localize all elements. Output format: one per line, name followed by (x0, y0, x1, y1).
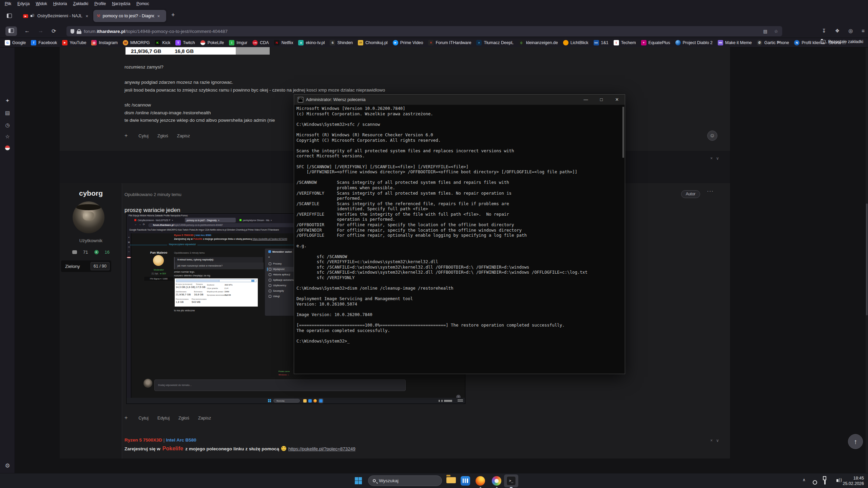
quote-button[interactable]: Cytuj (138, 133, 149, 138)
maximize-button[interactable]: □ (594, 95, 609, 105)
bookmark-item[interactable]: T Twitch (175, 40, 195, 45)
attachment-image-bottom[interactable]: 21,9/36,7 GB 16,8 GB (126, 47, 236, 55)
url-text[interactable]: forum.ithardware.pl/topic/14948-pomocy-c… (84, 29, 228, 34)
tracking-shield-icon[interactable] (71, 29, 74, 34)
ai-chat-icon[interactable]: ✦ (0, 98, 15, 104)
post-author-name[interactable]: cyborg (60, 189, 122, 197)
menu-item[interactable]: Widok (34, 1, 48, 6)
collapse-icon[interactable]: ∨ (716, 438, 722, 443)
bookmark-star-icon[interactable]: ☆ (774, 29, 778, 34)
signature-link[interactable]: https://pokelife.pl/?polec=873249 (288, 446, 355, 451)
bookmark-item[interactable]: MM Make it Meme (718, 40, 752, 45)
bookmark-item[interactable]: » Tłumacz DeepL (476, 40, 514, 45)
scroll-to-top-button[interactable]: ↑ (848, 434, 863, 449)
firefox-button[interactable] (476, 476, 486, 486)
bookmark-item[interactable]: LichtBlick (563, 40, 589, 45)
edit-button[interactable]: Edytuj (157, 415, 170, 421)
app-menu-icon[interactable]: ≡ (862, 28, 865, 34)
close-button[interactable]: ✕ (609, 95, 625, 105)
bookmark-item[interactable]: ch Chomikuj.pl (358, 40, 387, 45)
bookmark-item[interactable]: i Imgur (229, 40, 247, 45)
sidebar-settings-gear-icon[interactable]: ⚙ (0, 462, 15, 469)
start-button[interactable] (355, 477, 362, 484)
bookmark-item[interactable]: cda CDA (252, 40, 269, 45)
tab-audio-icon[interactable] (31, 14, 35, 18)
bookmark-item[interactable]: Project Diablo 2 (675, 40, 713, 45)
downloads-icon[interactable]: ↧ (822, 28, 826, 34)
tab-ostrybezimienni[interactable]: ▶ OstryBezimienni - NAJLEPS × (20, 10, 92, 22)
cmd-button[interactable]: >_ (506, 476, 517, 486)
new-tab-button[interactable]: + (171, 12, 175, 19)
menu-item[interactable]: Edycja (16, 1, 31, 6)
taskbar-search[interactable]: Wyszukaj (368, 475, 442, 486)
quote-button[interactable]: Cytuj (138, 415, 149, 421)
bookmark-item[interactable]: S Shinden (330, 40, 353, 45)
multiquote-plus-button[interactable]: + (124, 415, 128, 421)
url-bar[interactable]: forum.ithardware.pl/topic/14948-pomocy-c… (66, 26, 782, 36)
ad-close-icon[interactable]: × (710, 156, 716, 161)
forward-button[interactable]: → (38, 28, 43, 34)
bookmark-item[interactable]: G Google (5, 40, 26, 45)
other-bookmarks-button[interactable]: Pozostałe zakładki (821, 39, 863, 44)
bookmark-item[interactable]: PokeLife (200, 40, 224, 45)
signature-ad-controls[interactable]: ×∨ (710, 438, 722, 443)
bookmark-item[interactable]: t Techem (614, 40, 636, 45)
bookmark-item[interactable]: K Kick (155, 40, 171, 45)
bookmark-item[interactable]: ▶ Prime Video (393, 40, 423, 45)
bookmark-item[interactable]: + EquatePlus (641, 40, 670, 45)
reaction-button[interactable]: ☺ (707, 131, 717, 141)
save-button[interactable]: Zapisz (177, 133, 190, 138)
bookmark-item[interactable]: 1&1 1&1 (594, 40, 609, 45)
ad-collapse-icon[interactable]: ∨ (716, 156, 722, 161)
menu-item[interactable]: Zakładki (72, 1, 90, 6)
console-title-bar[interactable]: C:\_ Administrator: Wiersz polecenia — □… (294, 95, 625, 105)
firefox-view-icon[interactable] (5, 13, 14, 20)
save-button[interactable]: Zapisz (198, 415, 211, 421)
menu-item[interactable]: Narzędzia (111, 1, 132, 6)
bookmark-item[interactable]: ✕ Forum ITHardware (428, 40, 471, 45)
page-scrollbar-thumb[interactable] (866, 203, 868, 315)
task-manager-button[interactable] (461, 476, 471, 486)
bookmark-item[interactable]: ▶ YouTube (62, 40, 86, 45)
post-options-button[interactable]: ··· (707, 188, 714, 195)
reload-button[interactable]: ⟳ (52, 28, 56, 34)
bookmark-item[interactable]: M MMORPG (123, 40, 150, 45)
report-button[interactable]: Zgłoś (178, 415, 189, 421)
menu-item[interactable]: Pomoc (135, 1, 150, 6)
lock-icon[interactable] (77, 29, 81, 31)
pokeball-icon[interactable] (5, 145, 10, 151)
bookmarks-overflow-chevron[interactable]: » (777, 39, 780, 45)
attachment-image-edge[interactable] (236, 47, 270, 55)
close-icon[interactable]: × (710, 438, 716, 443)
bookmark-item[interactable]: N Netflix (274, 40, 293, 45)
bookmark-item[interactable]: e ekino-tv.pl (298, 40, 325, 45)
tab-close-icon[interactable]: × (85, 14, 88, 19)
extensions-icon[interactable]: ❖ (835, 28, 840, 34)
minimize-button[interactable]: — (578, 95, 594, 105)
network-tray-icon[interactable] (824, 477, 826, 485)
multiquote-plus-button[interactable]: + (124, 133, 128, 139)
file-explorer-button[interactable] (446, 476, 457, 486)
console-output[interactable]: Microsoft Windows [Version 10.0.26200.78… (296, 106, 587, 344)
reader-mode-icon[interactable]: ▤ (763, 29, 767, 34)
taskbar-clock[interactable]: 18:45 25.02.2026 (843, 475, 864, 486)
tab-close-icon[interactable]: × (157, 14, 160, 19)
notes-icon[interactable]: ▤ (0, 110, 15, 116)
tray-chevron-icon[interactable]: ∧ (803, 477, 806, 482)
bookmark-item[interactable]: f Facebook (31, 40, 57, 45)
tab-pomocy-active[interactable]: ⚒ pomocy co to jest? - Diagnosty × (93, 10, 166, 22)
paint-button[interactable] (492, 476, 502, 486)
menu-item[interactable]: Profile (93, 1, 107, 6)
account-icon[interactable]: ◎ (848, 28, 853, 34)
back-button[interactable]: ← (24, 28, 30, 34)
bookmark-item[interactable]: ◎ Instagram (91, 40, 118, 45)
sidebar-toggle-button[interactable] (5, 26, 17, 36)
bookmark-item[interactable]: () kleinanzeigen.de (519, 40, 558, 45)
avatar[interactable] (73, 201, 104, 233)
page-scrollbar[interactable] (866, 47, 868, 473)
ad-controls[interactable]: ×∨ (710, 156, 722, 161)
menu-item[interactable]: Plik (3, 1, 13, 6)
console-scrollbar-thumb[interactable] (622, 107, 624, 158)
bookmarks-star-icon[interactable]: ☆ (0, 134, 15, 140)
history-icon[interactable]: ◷ (0, 122, 15, 128)
